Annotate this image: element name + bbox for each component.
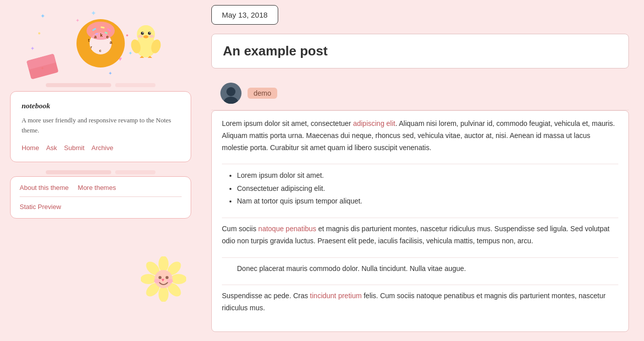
list-item: Lorem ipsum dolor sit amet. <box>237 169 618 182</box>
flower-sticker: ♥ <box>141 256 186 302</box>
list: Lorem ipsum dolor sit amet. Consectetuer… <box>237 169 618 208</box>
svg-point-20 <box>149 32 150 33</box>
deco-bar <box>115 170 155 174</box>
deco-bar <box>46 83 111 87</box>
donut-sticker: t a k e a r c <box>73 16 128 73</box>
svg-point-36 <box>171 274 186 284</box>
content-block-blockquote: Donec placerat mauris commodo dolor. Nul… <box>222 263 618 286</box>
post-meta-row: demo <box>211 78 629 110</box>
sparkle-icon: ✦ <box>30 45 35 52</box>
list-item: Nam at tortor quis ipsum tempor aliquet. <box>237 195 618 208</box>
svg-text:t: t <box>88 38 90 43</box>
nav-ask[interactable]: Ask <box>46 144 57 152</box>
about-theme-link[interactable]: About this theme <box>20 184 69 191</box>
svg-point-38 <box>158 286 169 302</box>
nav-submit[interactable]: Submit <box>64 144 84 152</box>
link-adipiscing[interactable]: adipiscing elit <box>353 119 395 127</box>
content-block-1: Lorem ipsum dolor sit amet, consectetuer… <box>222 118 618 164</box>
deco-bar <box>115 83 155 87</box>
theme-name: notebook <box>22 102 180 110</box>
svg-point-17 <box>141 32 144 35</box>
sticker-area: ✦ ✦ ✦ ★ ● ● ✦ ✦ ✦ ♥ ✦ <box>10 5 191 83</box>
svg-point-21 <box>143 35 148 38</box>
deco-bar <box>46 170 111 174</box>
svg-point-40 <box>141 274 156 284</box>
svg-point-49 <box>224 97 238 104</box>
date-badge: May 13, 2018 <box>211 5 278 25</box>
nav-home[interactable]: Home <box>22 144 39 152</box>
svg-point-34 <box>158 256 169 272</box>
actions-row: About this theme More themes <box>20 184 182 197</box>
svg-text:c: c <box>99 48 102 53</box>
svg-point-23 <box>149 35 154 38</box>
svg-point-19 <box>142 32 143 33</box>
link-natoque[interactable]: natoque penatibus <box>258 225 316 233</box>
post-title: An example post <box>223 43 617 59</box>
sidebar: ✦ ✦ ✦ ★ ● ● ✦ ✦ ✦ ♥ ✦ <box>0 0 201 341</box>
post-content: Lorem ipsum dolor sit amet, consectetuer… <box>211 110 629 332</box>
static-preview-link[interactable]: Static Preview <box>20 203 61 211</box>
svg-point-18 <box>148 32 151 35</box>
sparkle-icon: ✦ <box>40 13 45 20</box>
content-block-list: Lorem ipsum dolor sit amet. Consectetuer… <box>222 169 618 218</box>
svg-point-16 <box>137 25 155 43</box>
content-block-3: Suspendisse ac pede. Cras tincidunt pret… <box>222 290 618 324</box>
svg-point-48 <box>226 87 235 96</box>
actions-card: About this theme More themes Static Prev… <box>10 176 191 219</box>
tag-badge: demo <box>248 88 277 99</box>
theme-nav: Home Ask Submit Archive <box>22 144 180 152</box>
paragraph-3: Suspendisse ac pede. Cras tincidunt pret… <box>222 290 618 314</box>
svg-text:e: e <box>106 34 109 39</box>
nav-archive[interactable]: Archive <box>92 144 113 152</box>
paragraph-1: Lorem ipsum dolor sit amet, consectetuer… <box>222 118 618 154</box>
avatar <box>220 83 242 104</box>
content-block-2: Cum sociis natoque penatibus et magnis d… <box>222 223 618 258</box>
list-item: Consectetuer adipiscing elit. <box>237 182 618 195</box>
svg-point-22 <box>138 35 143 38</box>
paragraph-2: Cum sociis natoque penatibus et magnis d… <box>222 223 618 247</box>
more-themes-link[interactable]: More themes <box>78 184 116 191</box>
theme-card: notebook A more user friendly and respon… <box>10 91 191 162</box>
post-title-box: An example post <box>211 34 629 69</box>
chick-sticker <box>131 20 161 60</box>
post-body: Lorem ipsum dolor sit amet, consectetuer… <box>212 111 628 331</box>
blockquote-text: Donec placerat mauris commodo dolor. Nul… <box>237 263 618 275</box>
theme-description: A more user friendly and responsive reva… <box>22 115 180 135</box>
main-content: May 13, 2018 An example post demo <box>201 0 644 341</box>
circle-icon: ● <box>38 30 41 36</box>
actions-row2: Static Preview <box>20 201 182 211</box>
svg-text:♥: ♥ <box>162 277 165 283</box>
link-tincidunt[interactable]: tincidunt pretium <box>310 292 362 300</box>
svg-point-44 <box>166 276 169 279</box>
svg-text:r: r <box>91 45 92 49</box>
